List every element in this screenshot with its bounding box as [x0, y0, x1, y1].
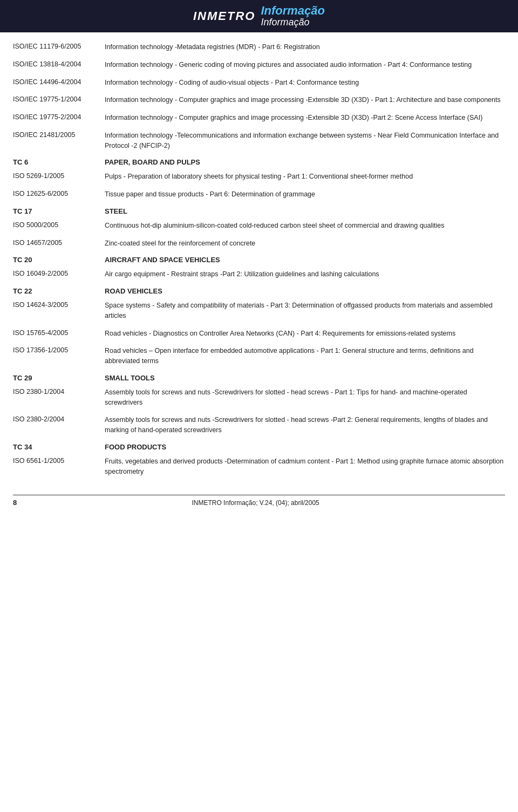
section-header-row: TC 34FOOD PRODUCTS: [13, 443, 505, 451]
entry-row: ISO 2380-1/2004Assembly tools for screws…: [13, 387, 505, 408]
entry-row: ISO/IEC 11179-6/2005Information technolo…: [13, 42, 505, 52]
entry-row: ISO 5269-1/2005Pulps - Preparation of la…: [13, 172, 505, 182]
entry-row: ISO/IEC 21481/2005Information technology…: [13, 131, 505, 151]
entry-row: ISO/IEC 14496-4/2004Information technolo…: [13, 78, 505, 88]
entry-code: ISO 14657/2005: [13, 238, 105, 247]
entry-row: ISO 12625-6/2005Tissue paper and tissue …: [13, 189, 505, 200]
section-header-row: TC 20AIRCRAFT AND SPACE VEHICLES: [13, 256, 505, 264]
section-tc-label: TC 6: [13, 158, 105, 166]
section-title: FOOD PRODUCTS: [105, 443, 166, 451]
informacao-top-text: Informação: [261, 4, 325, 17]
section-header-row: TC 29SMALL TOOLS: [13, 374, 505, 382]
entry-description: Information technology - Computer graphi…: [105, 95, 505, 105]
entry-description: Road vehicles - Diagnostics on Controlle…: [105, 329, 505, 339]
entry-code: ISO/IEC 14496-4/2004: [13, 78, 105, 86]
entry-description: Air cargo equipment - Restraint straps -…: [105, 269, 505, 279]
entry-code: ISO 17356-1/2005: [13, 346, 105, 354]
entry-row: ISO 6561-1/2005Fruits, vegetables and de…: [13, 456, 505, 477]
entry-description: Information technology - Coding of audio…: [105, 78, 505, 88]
section-tc-label: TC 34: [13, 443, 105, 451]
entry-row: ISO 14624-3/2005Space systems - Safety a…: [13, 301, 505, 321]
entry-code: ISO 6561-1/2005: [13, 456, 105, 465]
logo-container: INMETRO Informação Informação: [193, 4, 325, 28]
entry-row: ISO 15765-4/2005Road vehicles - Diagnost…: [13, 329, 505, 339]
page-number: 8: [13, 499, 17, 507]
entry-code: ISO/IEC 21481/2005: [13, 131, 105, 139]
section-tc-label: TC 29: [13, 374, 105, 382]
page-header: INMETRO Informação Informação: [0, 0, 518, 32]
entry-code: ISO 15765-4/2005: [13, 329, 105, 337]
entry-description: Assembly tools for screws and nuts -Scre…: [105, 415, 505, 435]
footer-citation: INMETRO Informação; V.24, (04); abril/20…: [17, 499, 494, 507]
entry-code: ISO 5000/2005: [13, 221, 105, 229]
entry-description: Fruits, vegetables and derived products …: [105, 456, 505, 477]
section-title: STEEL: [105, 207, 127, 215]
informacao-logo: Informação Informação: [261, 4, 325, 28]
page-footer: 8 INMETRO Informação; V.24, (04); abril/…: [13, 495, 505, 510]
entry-description: Tissue paper and tissue products - Part …: [105, 189, 505, 200]
section-tc-label: TC 17: [13, 207, 105, 215]
sections-container: TC 6PAPER, BOARD AND PULPSISO 5269-1/200…: [13, 158, 505, 476]
section-title: ROAD VEHICLES: [105, 287, 162, 295]
entry-description: Continuous hot-dip aluminium-silicon-coa…: [105, 221, 505, 231]
entry-code: ISO 16049-2/2005: [13, 269, 105, 277]
entry-row: ISO/IEC 19775-1/2004Information technolo…: [13, 95, 505, 105]
entry-description: Zinc-coated steel for the reinforcement …: [105, 238, 505, 249]
entry-description: Pulps - Preparation of laboratory sheets…: [105, 172, 505, 182]
page-content: ISO/IEC 11179-6/2005Information technolo…: [0, 32, 518, 489]
informacao-bottom-text: Informação: [261, 17, 325, 28]
entry-row: ISO 16049-2/2005Air cargo equipment - Re…: [13, 269, 505, 279]
section-header-row: TC 6PAPER, BOARD AND PULPS: [13, 158, 505, 166]
section-title: AIRCRAFT AND SPACE VEHICLES: [105, 256, 220, 264]
inmetro-logo-text: INMETRO: [193, 9, 255, 23]
entry-code: ISO/IEC 19775-2/2004: [13, 113, 105, 121]
section-tc-label: TC 22: [13, 287, 105, 295]
entry-code: ISO 12625-6/2005: [13, 189, 105, 197]
entry-row: ISO 17356-1/2005Road vehicles – Open int…: [13, 346, 505, 366]
entry-code: ISO/IEC 19775-1/2004: [13, 95, 105, 103]
initial-entries-section: ISO/IEC 11179-6/2005Information technolo…: [13, 42, 505, 151]
entry-row: ISO/IEC 13818-4/2004Information technolo…: [13, 60, 505, 70]
entry-description: Information technology - Computer graphi…: [105, 113, 505, 123]
section-title: PAPER, BOARD AND PULPS: [105, 158, 200, 166]
entry-code: ISO 2380-2/2004: [13, 415, 105, 423]
entry-row: ISO/IEC 19775-2/2004Information technolo…: [13, 113, 505, 123]
entry-description: Information technology -Metadata registr…: [105, 42, 505, 52]
section-header-row: TC 22ROAD VEHICLES: [13, 287, 505, 295]
entry-description: Road vehicles – Open interface for embed…: [105, 346, 505, 366]
entry-row: ISO 2380-2/2004Assembly tools for screws…: [13, 415, 505, 435]
entry-description: Assembly tools for screws and nuts -Scre…: [105, 387, 505, 408]
entry-code: ISO/IEC 13818-4/2004: [13, 60, 105, 68]
entry-description: Space systems - Safety and compatibility…: [105, 301, 505, 321]
section-tc-label: TC 20: [13, 256, 105, 264]
entry-code: ISO/IEC 11179-6/2005: [13, 42, 105, 50]
section-header-row: TC 17STEEL: [13, 207, 505, 215]
entry-code: ISO 14624-3/2005: [13, 301, 105, 309]
entry-row: ISO 5000/2005Continuous hot-dip aluminiu…: [13, 221, 505, 231]
entry-code: ISO 5269-1/2005: [13, 172, 105, 180]
entry-description: Information technology - Generic coding …: [105, 60, 505, 70]
entry-code: ISO 2380-1/2004: [13, 387, 105, 395]
section-title: SMALL TOOLS: [105, 374, 155, 382]
entry-row: ISO 14657/2005Zinc-coated steel for the …: [13, 238, 505, 249]
entry-description: Information technology -Telecommunicatio…: [105, 131, 505, 151]
